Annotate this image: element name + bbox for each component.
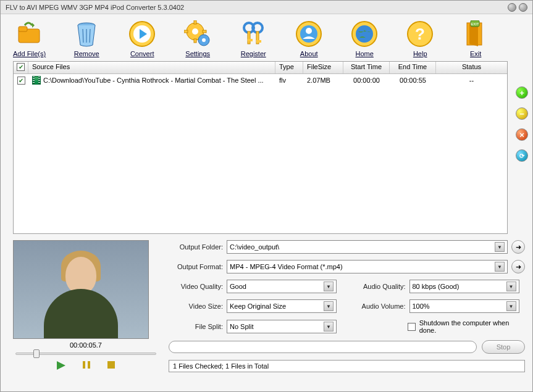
shutdown-label: Shutdown the computer when done. <box>419 319 525 334</box>
chevron-down-icon[interactable]: ▼ <box>495 262 505 272</box>
row-checkbox[interactable]: ✔ <box>17 77 25 85</box>
globe-icon <box>350 19 379 49</box>
folder-add-icon <box>15 19 44 49</box>
svg-point-15 <box>202 38 206 42</box>
side-buttons: + − × ⟳ <box>516 86 528 162</box>
seek-thumb[interactable] <box>33 349 40 358</box>
playback-time: 00:00:05.7 <box>13 341 159 349</box>
svg-rect-10 <box>194 20 196 24</box>
chevron-down-icon[interactable]: ▼ <box>324 281 334 291</box>
convert-button[interactable]: Convert <box>127 19 157 57</box>
svg-point-24 <box>306 28 312 34</box>
audio-volume-label: Audio Volume: <box>351 302 406 310</box>
svg-point-26 <box>356 25 373 43</box>
toolbar-label: Settings <box>185 50 210 57</box>
column-filesize[interactable]: FileSize <box>303 62 343 73</box>
chevron-down-icon[interactable]: ▼ <box>324 322 334 332</box>
column-source[interactable]: Source Files <box>28 62 275 73</box>
window-controls <box>508 3 527 12</box>
svg-rect-1 <box>19 27 27 31</box>
shutdown-checkbox[interactable] <box>408 323 416 331</box>
pause-button[interactable] <box>82 360 91 372</box>
svg-rect-20 <box>248 39 253 41</box>
about-button[interactable]: About <box>294 19 324 57</box>
video-preview[interactable] <box>13 240 149 339</box>
video-file-icon <box>32 76 41 85</box>
check-all[interactable]: ✔ <box>17 63 25 71</box>
svg-rect-34 <box>107 361 115 369</box>
svg-rect-32 <box>83 361 85 369</box>
add-files-button[interactable]: Add File(s) <box>13 19 46 57</box>
toolbar-label: Convert <box>130 50 154 57</box>
file-list-header: ✔ Source Files Type FileSize Start Time … <box>14 62 507 74</box>
play-circle-icon <box>127 19 157 49</box>
progress-bar <box>169 341 477 353</box>
column-end-time[interactable]: End Time <box>390 62 436 73</box>
side-refresh-button[interactable]: ⟳ <box>516 149 528 162</box>
svg-text:EXIT: EXIT <box>471 22 480 26</box>
user-circle-icon <box>294 19 324 49</box>
chevron-down-icon[interactable]: ▼ <box>324 301 334 311</box>
close-button[interactable] <box>519 3 527 12</box>
svg-rect-13 <box>203 30 206 33</box>
stop-button[interactable]: Stop <box>482 340 525 354</box>
settings-button[interactable]: Settings <box>183 19 212 57</box>
key-icon <box>238 19 268 49</box>
playback-controls <box>13 360 159 372</box>
audio-quality-select[interactable]: 80 kbps (Good) ▼ <box>409 280 519 293</box>
audio-quality-label: Audio Quality: <box>351 283 406 290</box>
file-start-time: 00:00:00 <box>343 75 390 85</box>
svg-rect-12 <box>184 30 188 33</box>
column-checkbox[interactable]: ✔ <box>14 62 28 73</box>
svg-rect-21 <box>256 40 261 43</box>
file-row[interactable]: ✔ C:\Download\YouTube - Cynthia Rothrock… <box>14 74 507 86</box>
help-circle-icon: ? <box>405 19 435 49</box>
output-format-select[interactable]: MP4 - MPEG-4 Video Format (*.mp4) ▼ <box>227 260 508 273</box>
register-button[interactable]: Register <box>238 19 268 57</box>
chevron-down-icon[interactable]: ▼ <box>506 301 516 311</box>
remove-button[interactable]: Remove <box>72 19 101 57</box>
side-delete-button[interactable]: × <box>516 128 528 141</box>
toolbar-label: Help <box>413 50 427 57</box>
output-format-label: Output Format: <box>169 263 223 270</box>
column-type[interactable]: Type <box>275 62 303 73</box>
browse-folder-button[interactable]: ➜ <box>511 240 525 254</box>
chevron-down-icon[interactable]: ▼ <box>495 242 505 252</box>
side-add-button[interactable]: + <box>516 86 528 99</box>
window-title: FLV to AVI MPEG WMV 3GP MP4 iPod Convert… <box>6 4 184 11</box>
preview-frame <box>38 246 124 338</box>
svg-point-9 <box>192 28 198 35</box>
file-type: flv <box>275 75 303 85</box>
main-toolbar: Add File(s) Remove Convert <box>1 14 532 60</box>
toolbar-label: Remove <box>74 50 99 57</box>
stop-playback-button[interactable] <box>106 360 116 372</box>
column-start-time[interactable]: Start Time <box>343 62 390 73</box>
toolbar-label: Register <box>241 50 266 57</box>
side-remove-button[interactable]: − <box>516 107 528 120</box>
video-size-select[interactable]: Keep Original Size ▼ <box>227 299 337 313</box>
format-settings-button[interactable]: ➜ <box>511 260 525 273</box>
toolbar-label: About <box>300 50 318 57</box>
seek-slider[interactable] <box>15 352 156 355</box>
chevron-down-icon[interactable]: ▼ <box>506 281 516 291</box>
column-status[interactable]: Status <box>436 62 507 73</box>
minimize-button[interactable] <box>508 3 516 12</box>
toolbar-label: Exit <box>470 50 481 57</box>
toolbar-label: Add File(s) <box>13 50 46 57</box>
exit-door-icon: EXIT <box>461 19 490 49</box>
trash-icon <box>72 19 101 49</box>
file-list: ✔ Source Files Type FileSize Start Time … <box>13 61 508 234</box>
play-button[interactable] <box>56 360 67 372</box>
help-button[interactable]: ? Help <box>405 19 435 57</box>
gear-icon <box>183 19 212 49</box>
status-bar: 1 Files Checked; 1 Files in Total <box>169 360 525 372</box>
output-folder-field[interactable]: C:\video_output\ ▼ <box>227 240 508 254</box>
svg-rect-11 <box>194 39 196 43</box>
video-quality-select[interactable]: Good ▼ <box>227 280 337 293</box>
file-end-time: 00:00:55 <box>390 75 436 85</box>
home-button[interactable]: Home <box>350 19 379 57</box>
preview-pane: 00:00:05.7 <box>13 240 159 372</box>
audio-volume-select[interactable]: 100% ▼ <box>409 299 519 313</box>
file-split-select[interactable]: No Split ▼ <box>227 320 337 333</box>
exit-button[interactable]: EXIT Exit <box>461 19 490 57</box>
